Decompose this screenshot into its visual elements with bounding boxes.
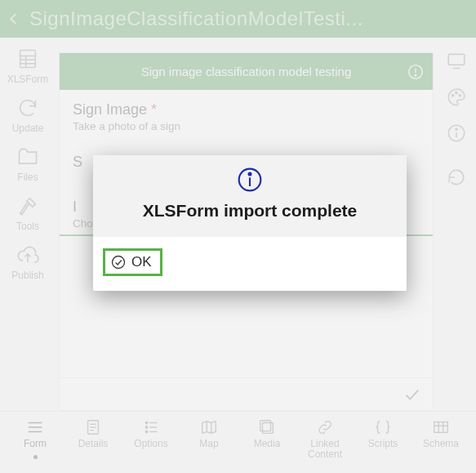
ok-label: OK — [131, 254, 152, 270]
check-circle-icon — [110, 254, 127, 270]
dialog-actions: OK — [93, 237, 407, 291]
ok-button[interactable]: OK — [103, 248, 162, 276]
info-circle-icon — [237, 167, 263, 193]
dialog-title: XLSForm import complete — [101, 201, 398, 221]
svg-point-41 — [249, 172, 251, 175]
import-complete-dialog: XLSForm import complete OK — [93, 155, 407, 291]
svg-point-42 — [113, 257, 125, 269]
dialog-header: XLSForm import complete — [93, 155, 407, 237]
